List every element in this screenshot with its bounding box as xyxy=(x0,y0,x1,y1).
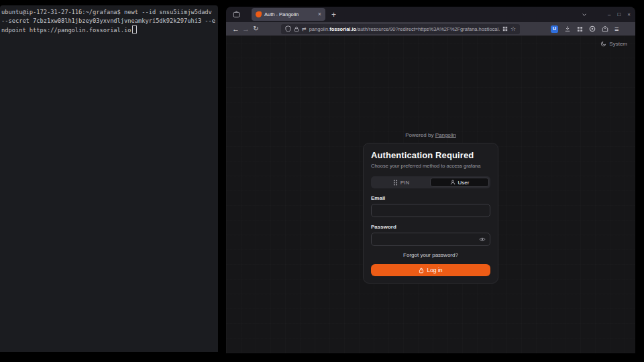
email-field-wrap xyxy=(371,204,490,217)
menu-hamburger-icon[interactable]: ≡ xyxy=(614,25,619,33)
tab-pin[interactable]: PIN xyxy=(372,178,430,187)
auth-method-tabs: PIN User xyxy=(371,176,490,188)
url-bar[interactable]: ⇄ pangolin.fossorial.io/auth/resource/90… xyxy=(281,24,520,34)
tab-list-chevron-icon[interactable] xyxy=(582,12,587,17)
email-label: Email xyxy=(371,195,490,201)
tab-overview-icon[interactable] xyxy=(233,11,240,18)
home-extension-icon[interactable] xyxy=(602,25,608,32)
card-title: Authentication Required xyxy=(371,150,490,160)
pangolin-link[interactable]: Pangolin xyxy=(435,132,456,138)
window-controls: – □ × xyxy=(608,7,631,22)
email-input[interactable] xyxy=(372,206,490,219)
lock-icon[interactable] xyxy=(294,26,299,32)
window-close-button[interactable]: × xyxy=(627,12,631,17)
login-button[interactable]: Log in xyxy=(371,264,490,276)
password-visibility-eye-icon[interactable] xyxy=(479,237,486,242)
terminal-window[interactable]: ubuntu@ip-172-31-27-116:~/grafana$ newt … xyxy=(0,5,218,352)
password-label: Password xyxy=(371,224,490,230)
keypad-icon xyxy=(393,180,398,186)
terminal-line: ubuntu@ip-172-31-27-116:~/grafana$ newt … xyxy=(1,8,217,17)
auth-column: Powered by Pangolin Authentication Requi… xyxy=(226,36,635,284)
login-button-label: Log in xyxy=(427,267,442,274)
auth-card: Authentication Required Choose your pref… xyxy=(363,143,498,284)
redirect-arrows-icon: ⇄ xyxy=(302,26,307,32)
powered-by-text: Powered by xyxy=(405,132,433,138)
tab-close-icon[interactable]: × xyxy=(318,11,321,17)
pangolin-favicon-icon xyxy=(256,11,262,17)
back-button[interactable]: ← xyxy=(231,25,241,33)
url-prefix: pangolin. xyxy=(309,26,329,32)
new-tab-button[interactable]: + xyxy=(331,11,336,19)
tab-pin-label: PIN xyxy=(400,180,409,186)
password-field-wrap xyxy=(371,233,490,246)
shortcuts-grid-icon[interactable] xyxy=(502,26,508,32)
forgot-password-link[interactable]: Forgot your password? xyxy=(403,252,458,258)
terminal-cursor xyxy=(132,25,137,34)
terminal-line-text: ndpoint https://pangolin.fossorial.io xyxy=(1,27,131,34)
downloads-icon[interactable] xyxy=(564,25,571,32)
moon-icon xyxy=(600,41,606,47)
refresh-button[interactable]: ↻ xyxy=(251,25,261,32)
url-path: /auth/resource/90?redirect=https%3A%2F%2… xyxy=(356,26,500,32)
tab-user[interactable]: User xyxy=(430,178,489,187)
window-maximize-button[interactable]: □ xyxy=(617,12,621,17)
theme-toggle-label: System xyxy=(609,41,627,47)
browser-tab-bar: Auth - Pangolin × + – □ × xyxy=(226,7,635,22)
browser-toolbar: ← → ↻ ⇄ pangolin.fossorial.io/auth/resou… xyxy=(226,22,635,36)
toolbar-extensions: U ≡ xyxy=(551,25,619,33)
lock-button-icon xyxy=(419,267,424,274)
desktop: ubuntu@ip-172-31-27-116:~/grafana$ newt … xyxy=(0,0,644,362)
terminal-line: --secret 7cbz1xw08lh1jbzey03yxvndljvneam… xyxy=(1,17,217,25)
powered-by: Powered by Pangolin xyxy=(405,132,456,138)
forgot-password: Forgot your password? xyxy=(371,252,490,258)
url-domain: fossorial.io xyxy=(329,26,356,32)
browser-tab[interactable]: Auth - Pangolin × xyxy=(252,8,325,21)
shield-extension-icon[interactable]: U xyxy=(551,25,558,33)
record-circle-icon[interactable] xyxy=(589,25,596,32)
user-icon xyxy=(450,180,455,185)
card-subtitle: Choose your preferred method to access g… xyxy=(371,163,490,169)
page-content: System Powered by Pangolin Authenticatio… xyxy=(226,36,635,353)
theme-toggle[interactable]: System xyxy=(600,41,627,47)
tab-title: Auth - Pangolin xyxy=(264,11,315,17)
terminal-line: ndpoint https://pangolin.fossorial.io xyxy=(1,25,217,35)
forward-button[interactable]: → xyxy=(241,25,251,33)
password-input[interactable] xyxy=(372,235,490,247)
tab-user-label: User xyxy=(458,180,470,186)
bookmark-star-icon[interactable]: ☆ xyxy=(511,26,516,32)
url-text: pangolin.fossorial.io/auth/resource/90?r… xyxy=(309,26,500,32)
extensions-icon[interactable] xyxy=(577,26,583,32)
window-minimize-button[interactable]: – xyxy=(608,12,610,17)
browser-window: Auth - Pangolin × + – □ × ← → ↻ xyxy=(226,7,635,353)
tracking-shield-icon[interactable] xyxy=(285,25,291,32)
